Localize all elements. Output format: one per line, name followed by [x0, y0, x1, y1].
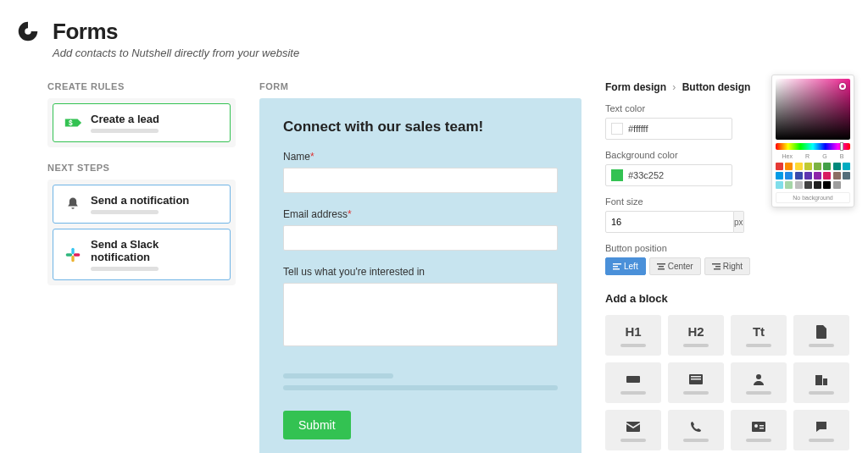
submit-button[interactable]: Submit	[283, 411, 351, 439]
align-left-button[interactable]: Left	[605, 257, 646, 275]
color-picker-popover: HexRGB No background	[771, 75, 854, 207]
skeleton-line	[283, 373, 393, 378]
textarea-icon	[689, 372, 703, 387]
svg-rect-19	[815, 375, 822, 385]
send-slack-title: Send a Slack notification	[91, 238, 220, 263]
interest-label: Tell us what you're interested in	[283, 266, 558, 278]
color-swatch[interactable]	[843, 172, 850, 180]
block-contact-card[interactable]	[731, 410, 787, 450]
placeholder-bar	[91, 267, 159, 271]
input-icon	[626, 372, 640, 387]
color-swatch[interactable]	[833, 163, 841, 170]
color-swatch[interactable]	[804, 163, 812, 170]
svg-rect-7	[613, 268, 620, 270]
svg-rect-4	[74, 253, 81, 256]
color-swatch[interactable]	[776, 172, 783, 180]
breadcrumb-form-design[interactable]: Form design	[605, 81, 666, 93]
block-file[interactable]	[793, 315, 849, 356]
placeholder-bar	[91, 210, 159, 214]
block-note[interactable]	[793, 410, 849, 450]
block-input[interactable]	[605, 362, 661, 403]
block-h1[interactable]: H1	[605, 315, 661, 356]
svg-rect-25	[760, 428, 764, 429]
align-center-icon	[657, 263, 665, 270]
color-swatch[interactable]	[776, 163, 783, 170]
color-swatch[interactable]	[833, 181, 841, 189]
slack-icon	[64, 246, 82, 264]
align-right-button[interactable]: Right	[704, 257, 750, 275]
file-icon	[815, 324, 827, 340]
svg-rect-14	[626, 376, 640, 383]
bell-icon	[64, 195, 82, 213]
interest-textarea[interactable]	[283, 283, 558, 346]
block-phone[interactable]	[668, 410, 724, 450]
email-input[interactable]	[283, 225, 558, 251]
color-swatch[interactable]	[814, 172, 821, 180]
color-swatch[interactable]	[795, 163, 803, 170]
hue-slider[interactable]	[776, 143, 850, 150]
svg-rect-21	[626, 422, 640, 432]
color-swatch[interactable]	[785, 163, 793, 170]
dollar-tag-icon: $	[64, 113, 82, 132]
hue-handle[interactable]	[840, 142, 843, 151]
color-swatch[interactable]	[814, 181, 821, 189]
svg-point-18	[756, 374, 761, 379]
send-slack-card[interactable]: Send a Slack notification	[53, 229, 231, 280]
create-rules-label: CREATE RULES	[47, 81, 236, 91]
breadcrumb-button-design[interactable]: Button design	[682, 81, 751, 93]
color-swatch[interactable]	[785, 172, 793, 180]
block-company[interactable]	[793, 362, 849, 403]
font-size-input[interactable]	[605, 211, 734, 233]
app-logo	[15, 19, 41, 44]
bg-color-swatch	[611, 169, 623, 181]
send-notification-title: Send a notification	[91, 194, 220, 207]
align-center-button[interactable]: Center	[649, 257, 701, 275]
svg-rect-5	[613, 263, 621, 265]
svg-rect-8	[657, 263, 665, 265]
color-swatch[interactable]	[833, 172, 841, 180]
svg-rect-2	[66, 253, 73, 256]
no-background-button[interactable]: No background	[776, 192, 850, 203]
color-swatch[interactable]	[843, 181, 850, 189]
gradient-cursor[interactable]	[839, 83, 846, 90]
envelope-icon	[626, 419, 640, 434]
bg-color-input[interactable]: #33c252	[605, 164, 732, 186]
color-swatch[interactable]	[804, 172, 812, 180]
color-swatch[interactable]	[795, 172, 803, 180]
create-lead-title: Create a lead	[91, 113, 220, 125]
text-color-swatch	[611, 123, 623, 135]
svg-rect-6	[613, 266, 618, 268]
color-swatch[interactable]	[785, 181, 793, 189]
text-color-input[interactable]: #ffffff	[605, 118, 732, 140]
svg-rect-9	[659, 266, 664, 268]
page-title: Forms	[53, 19, 299, 45]
svg-rect-3	[71, 255, 74, 262]
color-swatch[interactable]	[843, 163, 850, 170]
block-email[interactable]	[605, 410, 661, 450]
phone-icon	[690, 419, 702, 434]
color-swatch[interactable]	[814, 163, 821, 170]
block-h2[interactable]: H2	[668, 315, 724, 356]
create-lead-card[interactable]: $ Create a lead	[53, 103, 231, 142]
block-person[interactable]	[731, 362, 787, 403]
send-notification-card[interactable]: Send a notification	[53, 185, 231, 224]
form-title[interactable]: Connect with our sales team!	[283, 119, 558, 135]
block-text[interactable]: Tt	[731, 315, 787, 356]
name-input[interactable]	[283, 168, 558, 193]
color-swatch[interactable]	[823, 172, 831, 180]
align-left-icon	[613, 263, 621, 270]
color-swatch[interactable]	[795, 181, 803, 189]
button-position-label: Button position	[605, 243, 849, 253]
bg-color-value: #33c252	[628, 170, 664, 180]
color-swatch[interactable]	[823, 163, 831, 170]
align-right-icon	[712, 263, 721, 270]
color-swatch[interactable]	[804, 181, 812, 189]
svg-rect-12	[715, 266, 721, 268]
block-textarea[interactable]	[668, 362, 724, 403]
svg-rect-1	[71, 247, 74, 254]
color-swatch[interactable]	[823, 181, 831, 189]
building-icon	[815, 372, 828, 387]
color-gradient[interactable]	[776, 79, 850, 140]
color-swatch[interactable]	[776, 181, 783, 189]
svg-rect-11	[712, 263, 721, 265]
